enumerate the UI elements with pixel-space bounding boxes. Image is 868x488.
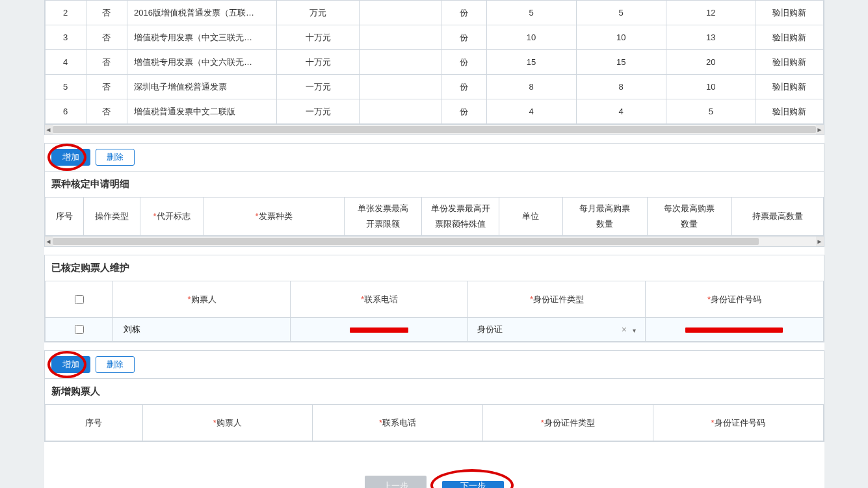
col-check: [45, 281, 113, 318]
table-cell: 6: [45, 99, 86, 124]
col-hold: 持票最高数量: [731, 198, 823, 236]
new-buyer-table: 序号 *购票人 *联系电话 *身份证件类型 *身份证件号码: [45, 404, 824, 441]
col-buyer: *购票人: [113, 281, 291, 318]
add-button[interactable]: 增加: [51, 356, 90, 373]
scroll-left-arrow[interactable]: ◄: [45, 237, 53, 246]
buyer-maint-table: *购票人 *联系电话 *身份证件类型 *身份证件号码 身份证 ×: [45, 281, 824, 342]
col-id-type: *身份证件类型: [468, 281, 646, 318]
col-buyer: *购票人: [142, 405, 313, 441]
table-cell: 份: [441, 75, 486, 99]
table-cell: 份: [441, 99, 486, 124]
table-cell: 3: [45, 25, 86, 50]
table-cell: 否: [86, 25, 127, 50]
delete-button[interactable]: 删除: [96, 149, 135, 166]
new-buyer-title: 新增购票人: [45, 379, 824, 404]
table-cell: 10: [576, 25, 666, 50]
buyer-maint-section: 已核定购票人维护 *购票人 *联系电话 *身份证件类型 *身份证件号码: [44, 255, 824, 342]
table-cell: 5: [666, 99, 756, 124]
table-cell: 8: [576, 75, 666, 99]
apply-detail-buttons: 增加 删除: [45, 144, 824, 172]
table-cell: 否: [86, 1, 127, 25]
col-single-limit: 单张发票最高 开票限额: [344, 198, 421, 236]
table-cell: 一万元: [277, 75, 360, 99]
table-cell: 否: [86, 99, 127, 124]
scroll-right-arrow[interactable]: ►: [816, 237, 824, 246]
table-cell: 份: [441, 50, 486, 75]
existing-types-table: 2否2016版增值税普通发票（五联…万元份5512验旧购新3否增值税专用发票（中…: [45, 0, 824, 124]
table-cell: 增值税专用发票（中文三联无…: [127, 25, 277, 50]
table-cell: 13: [666, 25, 756, 50]
table-cell: [359, 1, 441, 25]
table-row: 2否2016版增值税普通发票（五联…万元份5512验旧购新: [45, 1, 823, 25]
table-cell: 5: [576, 1, 666, 25]
add-button[interactable]: 增加: [51, 149, 90, 166]
table-cell: 20: [666, 50, 756, 75]
table-row: 4否增值税专用发票（中文六联无…十万元份151520验旧购新: [45, 50, 823, 75]
table-cell: 验旧购新: [756, 50, 823, 75]
buyer-maint-title: 已核定购票人维护: [45, 255, 824, 281]
table-cell: [359, 75, 441, 99]
table-cell: 15: [486, 50, 576, 75]
table-cell: 2: [45, 1, 86, 25]
col-each: 每次最高购票 数量: [647, 198, 731, 236]
col-id-no: *身份证件号码: [646, 281, 823, 318]
scroll-right-arrow[interactable]: ►: [816, 125, 824, 135]
table-cell: 增值税专用发票（中文六联无…: [127, 50, 277, 75]
col-seq: 序号: [45, 198, 84, 236]
table-cell: 12: [666, 1, 756, 25]
table-cell: 深圳电子增值税普通发票: [127, 75, 277, 99]
horizontal-scrollbar[interactable]: ◄ ►: [45, 236, 824, 246]
buyer-name-input[interactable]: [121, 324, 286, 336]
col-type: *发票种类: [204, 198, 345, 236]
apply-detail-section: 增加 删除 票种核定申请明细 序号 操作类型 *代开标志 *发票种类 单张发票最…: [44, 143, 824, 247]
prev-step-button[interactable]: 上一步: [365, 476, 427, 488]
table-cell: 否: [86, 50, 127, 75]
table-row: 3否增值税专用发票（中文三联无…十万元份101013验旧购新: [45, 25, 823, 50]
apply-detail-table: 序号 操作类型 *代开标志 *发票种类 单张发票最高 开票限额 单份发票最高开 …: [45, 197, 824, 236]
col-op: 操作类型: [84, 198, 140, 236]
buyer-row: 身份证 × ▾: [45, 318, 823, 342]
footer-buttons: 上一步 下一步: [44, 450, 824, 488]
table-cell: 验旧购新: [756, 75, 823, 99]
next-step-button[interactable]: 下一步: [442, 481, 504, 488]
col-seq: 序号: [45, 405, 142, 441]
new-buyer-buttons: 增加 删除: [45, 351, 824, 379]
table-cell: 否: [86, 75, 127, 99]
row-checkbox[interactable]: [75, 325, 84, 334]
table-cell: 验旧购新: [756, 99, 823, 124]
clear-icon[interactable]: ×: [622, 324, 627, 335]
table-cell: 验旧购新: [756, 1, 823, 25]
table-cell: 5: [486, 1, 576, 25]
table-cell: 4: [486, 99, 576, 124]
table-cell: 增值税普通发票中文二联版: [127, 99, 277, 124]
existing-types-section: 2否2016版增值税普通发票（五联…万元份5512验旧购新3否增值税专用发票（中…: [44, 0, 824, 135]
table-cell: 份: [441, 25, 486, 50]
table-cell: 十万元: [277, 50, 360, 75]
col-unit: 单位: [499, 198, 562, 236]
col-phone: *联系电话: [291, 281, 468, 318]
table-cell: 一万元: [277, 99, 360, 124]
redacted-id-no: [685, 327, 783, 333]
table-cell: 验旧购新: [756, 25, 823, 50]
scroll-left-arrow[interactable]: ◄: [45, 125, 53, 135]
id-type-select[interactable]: 身份证 × ▾: [472, 323, 641, 336]
col-month: 每月最高购票 数量: [562, 198, 647, 236]
table-cell: 十万元: [277, 25, 360, 50]
table-cell: [359, 25, 441, 50]
col-id-no: *身份证件号码: [653, 405, 823, 441]
col-phone: *联系电话: [313, 405, 483, 441]
delete-button[interactable]: 删除: [96, 356, 135, 373]
select-all-checkbox[interactable]: [75, 295, 84, 304]
id-type-value: 身份证: [477, 324, 503, 335]
table-row: 5否深圳电子增值税普通发票一万元份8810验旧购新: [45, 75, 823, 99]
table-cell: [359, 50, 441, 75]
horizontal-scrollbar[interactable]: ◄ ►: [45, 124, 824, 135]
col-agent: *代开标志: [140, 198, 203, 236]
col-unit-limit: 单份发票最高开 票限额特殊值: [422, 198, 499, 236]
table-cell: 10: [486, 25, 576, 50]
table-cell: 万元: [277, 1, 360, 25]
chevron-down-icon[interactable]: ▾: [633, 327, 636, 334]
col-id-type: *身份证件类型: [483, 405, 653, 441]
new-buyer-section: 增加 删除 新增购票人 序号 *购票人 *联系电话 *身份证件类型 *身份证件号…: [44, 350, 824, 442]
redacted-phone: [350, 327, 408, 333]
